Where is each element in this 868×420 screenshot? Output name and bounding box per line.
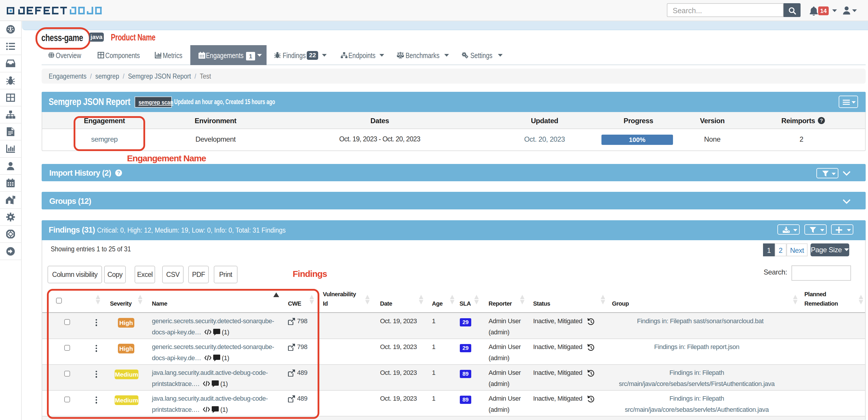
svg-text:?: ? (117, 170, 120, 175)
svg-text:?: ? (820, 118, 823, 123)
